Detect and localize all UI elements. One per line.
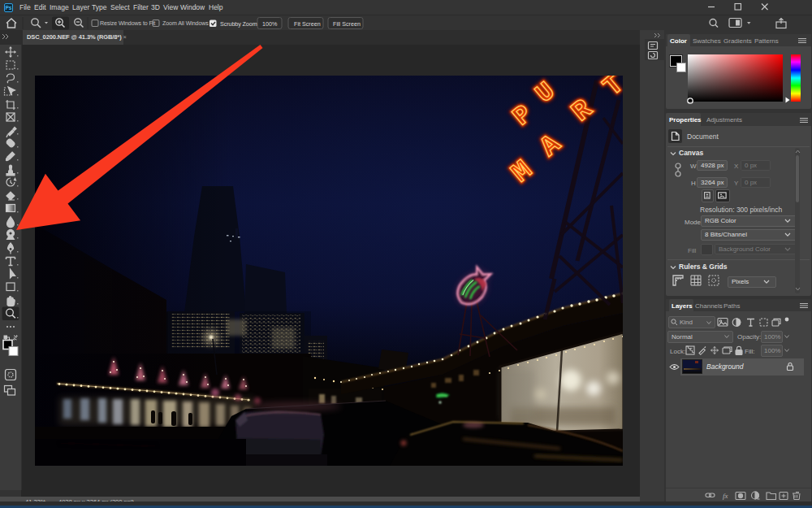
svg-text:fx: fx bbox=[723, 492, 728, 500]
svg-text:Ps: Ps bbox=[6, 5, 12, 11]
